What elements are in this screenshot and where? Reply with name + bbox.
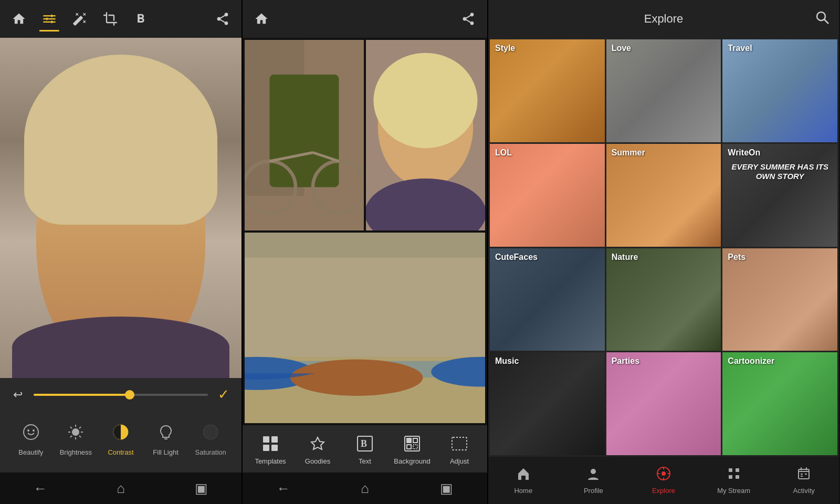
- portrait-hair: [24, 55, 217, 225]
- adjust-tool[interactable]: Adjust: [438, 433, 480, 465]
- mid-home-button[interactable]: [249, 6, 274, 32]
- collage-cell-bike[interactable]: [245, 40, 364, 230]
- category-style[interactable]: Style: [490, 39, 605, 142]
- category-cutefaces[interactable]: CuteFaces: [490, 248, 605, 351]
- beautify-label: Beautify: [18, 448, 43, 456]
- slider-row: ↩ ✓: [8, 382, 233, 407]
- svg-rect-36: [245, 257, 485, 365]
- category-lol[interactable]: LOL: [490, 144, 605, 247]
- bold-button[interactable]: [128, 6, 153, 32]
- text-label: Text: [359, 457, 371, 465]
- category-love[interactable]: Love: [606, 39, 721, 142]
- mid-home-nav-button[interactable]: ⌂: [344, 475, 386, 501]
- text-tool[interactable]: B Text: [344, 433, 386, 465]
- recents-button[interactable]: ▣: [180, 475, 222, 501]
- svg-line-18: [79, 436, 81, 437]
- nav-home[interactable]: Home: [497, 466, 550, 495]
- slider-thumb[interactable]: [125, 390, 134, 400]
- explore-title: Explore: [644, 12, 684, 26]
- svg-rect-68: [799, 469, 809, 479]
- mid-recents-button[interactable]: ▣: [425, 475, 467, 501]
- category-cartoonizer[interactable]: Cartoonizer: [722, 352, 837, 455]
- collage-area[interactable]: [243, 38, 487, 425]
- portrait-scarf: [12, 317, 229, 378]
- search-button[interactable]: [815, 10, 830, 28]
- collage-cell-boats[interactable]: [245, 233, 485, 423]
- undo-button[interactable]: ↩: [8, 388, 27, 402]
- tools-row: Beautify Brightness Contrast Fill Light: [8, 407, 233, 468]
- filllight-tool[interactable]: Fill Light: [143, 417, 188, 458]
- adjust-icon: [449, 433, 470, 454]
- goodies-tool[interactable]: Goodies: [297, 433, 339, 465]
- bike-photo: [245, 40, 364, 230]
- mid-toolbar: [243, 0, 487, 38]
- magic-button[interactable]: [67, 6, 92, 32]
- nav-activity[interactable]: Activity: [778, 466, 830, 495]
- adjustment-area: ↩ ✓ Beautify Brightness: [0, 378, 242, 472]
- home-nav-button[interactable]: ⌂: [100, 475, 142, 501]
- collage-cell-portrait[interactable]: [366, 40, 485, 230]
- mid-bottom-nav: ← ⌂ ▣: [243, 472, 487, 504]
- nav-mystream-icon: [727, 466, 741, 485]
- shadow-tool[interactable]: Saturation: [188, 417, 233, 458]
- svg-rect-69: [801, 467, 802, 470]
- category-pets[interactable]: Pets: [722, 248, 837, 351]
- love-label: Love: [612, 44, 631, 53]
- brightness-slider[interactable]: [34, 394, 208, 396]
- contrast-icon: [108, 419, 134, 445]
- crop-button[interactable]: [98, 6, 123, 32]
- mid-share-button[interactable]: [456, 6, 481, 32]
- svg-rect-53: [413, 445, 417, 449]
- svg-marker-46: [311, 437, 324, 449]
- nav-activity-label: Activity: [793, 487, 815, 495]
- category-music[interactable]: Music: [490, 352, 605, 455]
- svg-line-17: [70, 427, 72, 428]
- nav-profile[interactable]: Profile: [567, 466, 620, 495]
- left-photo-area: [0, 38, 242, 378]
- category-writeon[interactable]: WriteOn EVERY SUMMER HAS ITS OWN STORY: [722, 144, 837, 247]
- right-panel: Explore Style Love Travel LOL Summer Wri…: [488, 0, 839, 504]
- beautify-tool[interactable]: Beautify: [8, 417, 54, 458]
- style-label: Style: [495, 44, 515, 53]
- category-nature[interactable]: Nature: [606, 248, 721, 351]
- right-bottom-nav: Home Profile Explore My Stream Activity: [488, 457, 839, 504]
- category-travel[interactable]: Travel: [722, 39, 837, 142]
- parties-label: Parties: [612, 356, 639, 366]
- templates-tool[interactable]: Templates: [249, 433, 291, 465]
- confirm-button[interactable]: ✓: [214, 386, 233, 403]
- templates-icon: [260, 433, 281, 454]
- svg-rect-67: [736, 475, 739, 479]
- svg-point-33: [374, 53, 478, 149]
- brightness-tool[interactable]: Brightness: [54, 417, 99, 458]
- svg-rect-26: [270, 75, 339, 187]
- svg-line-20: [70, 436, 72, 437]
- share-button[interactable]: [210, 6, 235, 32]
- nav-activity-icon: [796, 466, 811, 485]
- svg-point-11: [33, 429, 35, 432]
- category-summer[interactable]: Summer: [606, 144, 721, 247]
- background-tool[interactable]: Background: [391, 433, 433, 465]
- contrast-label: Contrast: [108, 448, 133, 456]
- mid-back-button[interactable]: ←: [262, 475, 304, 501]
- nav-mystream[interactable]: My Stream: [708, 466, 760, 495]
- svg-rect-64: [729, 468, 732, 472]
- explore-grid: Style Love Travel LOL Summer WriteOn EVE…: [488, 38, 839, 457]
- nav-home-icon: [516, 466, 531, 485]
- svg-rect-65: [736, 468, 739, 472]
- svg-line-19: [79, 427, 81, 428]
- contrast-tool[interactable]: Contrast: [98, 417, 143, 458]
- svg-rect-42: [263, 436, 269, 443]
- svg-point-0: [46, 18, 48, 20]
- brightness-label: Brightness: [60, 448, 92, 456]
- nav-explore[interactable]: Explore: [637, 466, 690, 495]
- svg-text:B: B: [361, 438, 367, 449]
- filllight-icon: [153, 419, 179, 445]
- nav-explore-icon: [656, 466, 671, 485]
- lol-label: LOL: [495, 148, 512, 158]
- home-button[interactable]: [6, 6, 32, 32]
- adjust-button[interactable]: [37, 6, 62, 32]
- brightness-icon: [62, 419, 89, 445]
- cartoonizer-label: Cartoonizer: [728, 356, 774, 366]
- category-parties[interactable]: Parties: [606, 352, 721, 455]
- back-button[interactable]: ←: [19, 475, 61, 501]
